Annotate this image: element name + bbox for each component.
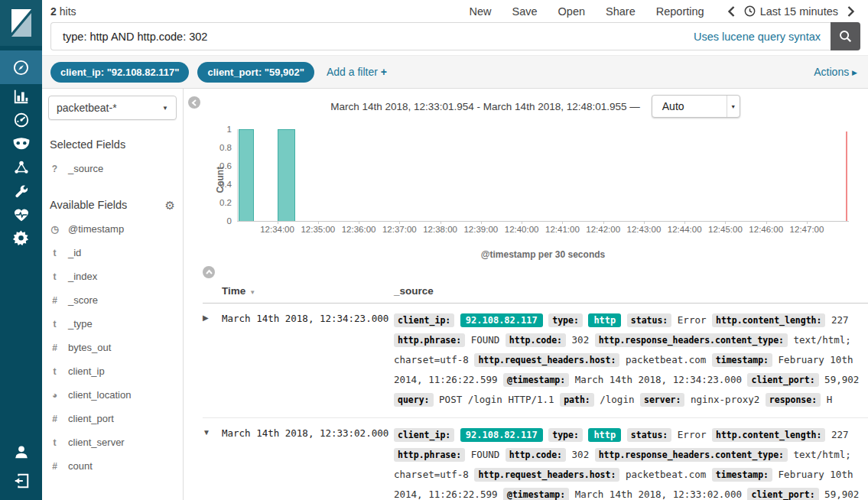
wrench-icon [13, 183, 30, 200]
discover-main: March 14th 2018, 12:33:01.954 - March 14… [184, 89, 868, 500]
field-key-badge: timestamp: [712, 468, 772, 482]
field-item-count[interactable]: #count [48, 454, 177, 478]
time-range-button[interactable]: Last 15 minutes [744, 5, 838, 18]
actions-button[interactable]: Actions ▶ [814, 66, 857, 78]
sidebar-item-management[interactable] [0, 226, 42, 250]
field-item-_source[interactable]: ?_source [48, 157, 177, 180]
search-icon [839, 30, 852, 43]
field-key-badge: http.phrase: [394, 448, 465, 462]
filter-pill-0[interactable]: client_ip: "92.108.82.117" [50, 62, 189, 83]
field-type-string-icon: t [50, 437, 60, 448]
sidebar-item-dashboard[interactable] [0, 108, 42, 131]
field-key-badge: http.content_length: [712, 428, 825, 442]
sidebar-item-timelion[interactable] [0, 131, 42, 155]
menu-item-save[interactable]: Save [512, 5, 538, 18]
collapse-chart-button[interactable] [203, 266, 215, 278]
search-input[interactable] [61, 30, 684, 44]
chevron-down-icon: ▼ [162, 105, 168, 112]
y-tick-label: 0.6 [219, 161, 232, 170]
field-item-client_port[interactable]: #client_port [48, 407, 177, 430]
sidebar-item-dev-tools[interactable] [0, 179, 42, 203]
filter-bar: client_ip: "92.108.82.117"client_port: "… [42, 55, 868, 89]
highlighted-value: 92.108.82.117 [460, 428, 543, 442]
field-type-geo-icon: ◕ [50, 390, 60, 401]
highlighted-value: http [588, 313, 621, 327]
menu-item-new[interactable]: New [469, 5, 491, 18]
field-name: _score [68, 294, 98, 306]
field-item-client_server[interactable]: tclient_server [48, 430, 177, 454]
field-settings-gear-icon[interactable]: ⚙ [165, 200, 175, 211]
add-filter-button[interactable]: Add a filter + [327, 66, 387, 78]
sidebar-item-graph[interactable] [0, 155, 42, 179]
x-tick-mark-icon [359, 221, 359, 224]
row-source: client_ip: 92.108.82.117 type: http stat… [394, 310, 868, 410]
kibana-logo[interactable] [0, 0, 42, 46]
sidebar-item-account[interactable] [0, 440, 42, 463]
field-item-@timestamp[interactable]: ◷@timestamp [48, 217, 177, 241]
source-column-header: _source [394, 285, 868, 297]
field-key-badge: status: [627, 428, 671, 442]
selected-fields-list: ?_source [48, 157, 177, 180]
x-tick-label: 12:47:00 [790, 225, 824, 234]
sidebar-item-logout[interactable] [0, 469, 42, 492]
x-tick-label: 12:46:00 [749, 225, 783, 234]
time-back-button[interactable] [725, 6, 738, 17]
collapse-sidebar-button[interactable] [188, 96, 200, 109]
x-tick-mark-icon [278, 221, 278, 224]
field-key-badge: path: [560, 393, 594, 407]
bar-chart-icon [13, 88, 30, 105]
field-key-badge: http.request_headers.host: [474, 353, 619, 367]
field-type-number-icon: # [50, 414, 60, 424]
search-button[interactable] [831, 22, 860, 50]
actions-label: Actions [814, 66, 849, 78]
field-key-badge: http.content_length: [712, 313, 825, 327]
index-pattern-select[interactable]: packetbeat-* ▼ [48, 96, 177, 120]
field-key-badge: http.code: [506, 448, 566, 462]
y-tick-label: 0.4 [219, 180, 232, 189]
sidebar-item-discover[interactable] [0, 50, 42, 84]
field-item-_id[interactable]: t_id [48, 241, 177, 265]
field-type-unknown-icon: ? [50, 164, 60, 174]
field-key-badge: http.response_headers.content_type: [595, 333, 788, 347]
field-item-_score[interactable]: #_score [48, 288, 177, 312]
field-name: client_port [68, 413, 114, 424]
menu-item-share[interactable]: Share [606, 5, 636, 18]
histogram-bar-1[interactable] [278, 129, 294, 221]
table-row: ▶March 14th 2018, 12:34:23.000client_ip:… [203, 304, 868, 418]
chevron-right-icon [846, 6, 856, 17]
menu-item-open[interactable]: Open [558, 5, 585, 18]
lucene-syntax-link[interactable]: Uses lucene query syntax [694, 31, 821, 43]
expand-row-icon[interactable]: ▶ [203, 310, 222, 322]
x-tick-label: 12:36:00 [342, 225, 376, 234]
field-item-bytes_out[interactable]: #bytes_out [48, 336, 177, 359]
y-tick-label: 0.8 [219, 143, 232, 152]
nav-rail [0, 0, 42, 500]
time-forward-button[interactable] [844, 6, 857, 17]
field-item-_index[interactable]: t_index [48, 265, 177, 288]
main-column: 2 hits NewSaveOpenShareReporting Last 15… [42, 0, 868, 500]
interval-select[interactable]: Auto ▼ [652, 95, 740, 118]
sidebar-item-visualize[interactable] [0, 84, 42, 108]
field-key-badge: http.request_headers.host: [474, 468, 619, 482]
filter-pill-1[interactable]: client_port: "59,902" [197, 62, 314, 83]
sidebar-item-monitoring[interactable] [0, 203, 42, 226]
chevron-down-icon: ▼ [727, 96, 740, 117]
interval-value: Auto [652, 100, 727, 112]
field-item-_type[interactable]: t_type [48, 312, 177, 336]
time-column-header[interactable]: Time▼ [222, 285, 394, 297]
field-item-client_location[interactable]: ◕client_location [48, 383, 177, 407]
top-bar: 2 hits NewSaveOpenShareReporting Last 15… [42, 0, 868, 21]
current-time-marker [846, 131, 847, 221]
field-sidebar: packetbeat-* ▼ Selected Fields ?_source … [42, 89, 184, 500]
histogram-bar-0[interactable] [239, 129, 255, 221]
app-menu: NewSaveOpenShareReporting Last 15 minute… [469, 5, 857, 18]
x-tick-label: 12:45:00 [708, 225, 743, 234]
chart-header: March 14th 2018, 12:33:01.954 - March 14… [203, 89, 868, 124]
collapse-row-icon[interactable]: ▼ [203, 425, 222, 437]
filter-pills: client_ip: "92.108.82.117"client_port: "… [50, 62, 314, 83]
field-item-client_ip[interactable]: tclient_ip [48, 359, 177, 383]
row-time: March 14th 2018, 12:34:23.000 [222, 310, 394, 324]
menu-item-reporting[interactable]: Reporting [656, 5, 704, 18]
field-key-badge: timestamp: [712, 353, 772, 367]
x-tick-label: 12:43:00 [627, 225, 662, 234]
